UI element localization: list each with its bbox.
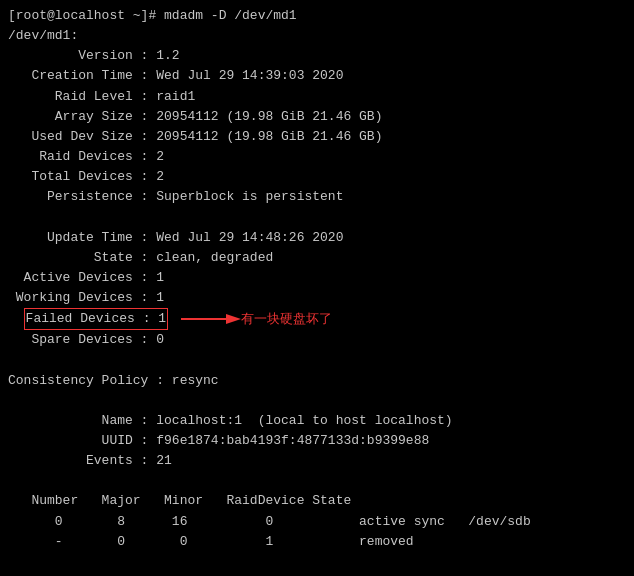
raid-devices-row: Raid Devices : 2: [8, 147, 626, 167]
failed-devices-row: Failed Devices : 1 有一块硬盘坏了: [8, 308, 626, 330]
chinese-annotation: 有一块硬盘坏了: [241, 309, 332, 329]
creation-time-row: Creation Time : Wed Jul 29 14:39:03 2020: [8, 66, 626, 86]
terminal: [root@localhost ~]# mdadm -D /dev/md1 /d…: [8, 6, 626, 576]
command-line: [root@localhost ~]# mdadm -D /dev/md1: [8, 6, 626, 26]
state-row: State : clean, degraded: [8, 248, 626, 268]
command: mdadm -D /dev/md1: [164, 6, 297, 26]
failed-box: Failed Devices : 1: [24, 308, 168, 330]
blank3: [8, 391, 626, 411]
events-row: Events : 21: [8, 451, 626, 471]
active-devices-row: Active Devices : 1: [8, 268, 626, 288]
consistency-policy-row: Consistency Policy : resync: [8, 371, 626, 391]
version-row: Version : 1.2: [8, 46, 626, 66]
arrow-icon: [176, 309, 241, 329]
uuid-row: UUID : f96e1874:bab4193f:4877133d:b9399e…: [8, 431, 626, 451]
blank2: [8, 350, 626, 370]
device-label: /dev/md1:: [8, 26, 78, 46]
table-header: Number Major Minor RaidDevice State: [8, 491, 626, 511]
prompt: [root@localhost ~]#: [8, 6, 164, 26]
arrow-annotation: 有一块硬盘坏了: [176, 309, 332, 329]
device-line: /dev/md1:: [8, 26, 626, 46]
working-devices-row: Working Devices : 1: [8, 288, 626, 308]
table-row-removed: - 0 0 1 removed: [8, 532, 626, 552]
update-time-row: Update Time : Wed Jul 29 14:48:26 2020: [8, 228, 626, 248]
blank5: [8, 552, 626, 572]
spare-devices-row: Spare Devices : 0: [8, 330, 626, 350]
blank1: [8, 207, 626, 227]
table-row-0: 0 8 16 0 active sync /dev/sdb: [8, 512, 626, 532]
persistence-row: Persistence : Superblock is persistent: [8, 187, 626, 207]
total-devices-row: Total Devices : 2: [8, 167, 626, 187]
blank4: [8, 471, 626, 491]
table-row-1: 1 8 32 - faulty /dev/sdc: [8, 572, 626, 576]
name-row: Name : localhost:1 (local to host localh…: [8, 411, 626, 431]
used-dev-size-row: Used Dev Size : 20954112 (19.98 GiB 21.4…: [8, 127, 626, 147]
raid-level-row: Raid Level : raid1: [8, 87, 626, 107]
failed-devices-label: [8, 309, 24, 329]
array-size-row: Array Size : 20954112 (19.98 GiB 21.46 G…: [8, 107, 626, 127]
svg-marker-1: [226, 314, 241, 324]
